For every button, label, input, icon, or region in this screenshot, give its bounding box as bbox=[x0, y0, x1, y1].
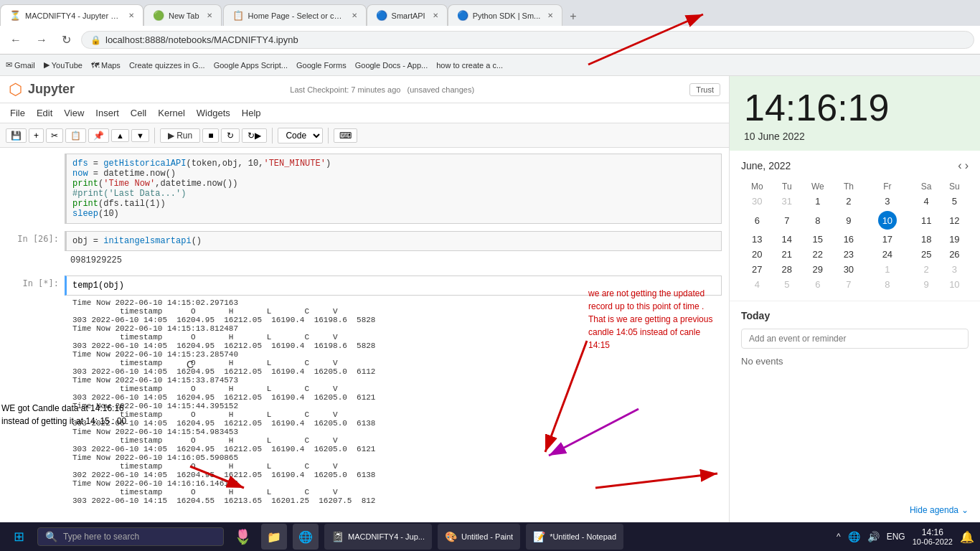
menu-cell[interactable]: Cell bbox=[126, 106, 151, 120]
calendar-day-5-4[interactable]: 8 bbox=[862, 277, 912, 292]
copy-button[interactable]: 📋 bbox=[65, 128, 86, 143]
network-icon[interactable]: 🌐 bbox=[848, 531, 860, 542]
hide-agenda-button[interactable]: Hide agenda ⌄ bbox=[910, 505, 969, 515]
calendar-day-5-6[interactable]: 10 bbox=[941, 277, 969, 292]
calendar-day-4-5[interactable]: 2 bbox=[913, 262, 941, 277]
calendar-day-5-3[interactable]: 7 bbox=[835, 277, 863, 292]
code-previous[interactable]: dfs = getHistoricalAPI(token,obj, 10,'TE… bbox=[65, 154, 722, 224]
taskbar-clock-display[interactable]: 14:16 10-06-2022 bbox=[913, 527, 953, 546]
code-star[interactable]: temp1(obj) bbox=[65, 276, 722, 296]
url-box[interactable]: 🔒 localhost:8888/notebooks/MACDNIFTY4.ip… bbox=[81, 31, 974, 49]
bookmark-youtube[interactable]: ▶ YouTube bbox=[44, 60, 83, 70]
calendar-day-1-3[interactable]: 9 bbox=[835, 209, 863, 232]
calendar-day-0-3[interactable]: 2 bbox=[835, 194, 863, 209]
calendar-day-2-3[interactable]: 16 bbox=[835, 232, 863, 247]
calendar-day-1-2[interactable]: 8 bbox=[801, 209, 834, 232]
cell-type-select[interactable]: Code bbox=[278, 128, 323, 143]
calendar-day-1-5[interactable]: 11 bbox=[913, 209, 941, 232]
taskbar-search-box[interactable]: 🔍 Type here to search bbox=[37, 527, 224, 546]
calendar-day-2-1[interactable]: 14 bbox=[773, 232, 801, 247]
taskbar-explorer[interactable]: 📁 bbox=[261, 524, 287, 550]
calendar-day-0-6[interactable]: 5 bbox=[941, 194, 969, 209]
calendar-day-0-4[interactable]: 3 bbox=[862, 194, 912, 209]
calendar-day-0-1[interactable]: 31 bbox=[773, 194, 801, 209]
calendar-next-button[interactable]: › bbox=[965, 159, 969, 172]
tab-newtab[interactable]: 🟢 New Tab ✕ bbox=[143, 4, 222, 26]
bookmark-create[interactable]: how to create a c... bbox=[436, 61, 503, 70]
calendar-day-3-1[interactable]: 21 bbox=[773, 247, 801, 262]
paste-button[interactable]: 📌 bbox=[88, 128, 109, 143]
calendar-day-1-4[interactable]: 10 bbox=[862, 209, 912, 232]
tab-close-home[interactable]: ✕ bbox=[352, 11, 357, 19]
code-26[interactable]: obj = initangelsmartapi() bbox=[65, 231, 722, 251]
new-tab-button[interactable]: + bbox=[562, 7, 583, 26]
calendar-day-4-2[interactable]: 29 bbox=[801, 262, 834, 277]
menu-kernel[interactable]: Kernel bbox=[154, 106, 189, 120]
keyboard-button[interactable]: ⌨ bbox=[334, 128, 357, 143]
calendar-day-0-5[interactable]: 4 bbox=[913, 194, 941, 209]
calendar-day-3-5[interactable]: 25 bbox=[913, 247, 941, 262]
event-input[interactable] bbox=[741, 329, 969, 349]
menu-file[interactable]: File bbox=[6, 106, 29, 120]
calendar-day-4-4[interactable]: 1 bbox=[862, 262, 912, 277]
save-button[interactable]: 💾 bbox=[6, 128, 27, 143]
move-down-button[interactable]: ▼ bbox=[131, 129, 149, 142]
calendar-day-0-2[interactable]: 1 bbox=[801, 194, 834, 209]
refresh-button[interactable]: ↻ bbox=[57, 32, 75, 48]
trust-button[interactable]: Trust bbox=[689, 83, 720, 96]
calendar-day-0-0[interactable]: 30 bbox=[741, 194, 773, 209]
calendar-day-1-6[interactable]: 12 bbox=[941, 209, 969, 232]
forward-button[interactable]: → bbox=[32, 32, 52, 48]
add-cell-button[interactable]: + bbox=[29, 128, 44, 143]
bookmark-forms[interactable]: Google Forms bbox=[296, 61, 347, 70]
move-up-button[interactable]: ▲ bbox=[111, 129, 129, 142]
calendar-day-2-6[interactable]: 19 bbox=[941, 232, 969, 247]
menu-edit[interactable]: Edit bbox=[32, 106, 57, 120]
calendar-day-5-5[interactable]: 9 bbox=[913, 277, 941, 292]
calendar-day-5-2[interactable]: 6 bbox=[801, 277, 834, 292]
bookmark-quizzes[interactable]: Create quizzes in G... bbox=[129, 61, 205, 70]
menu-insert[interactable]: Insert bbox=[91, 106, 123, 120]
bookmark-appscript[interactable]: Google Apps Script... bbox=[214, 61, 288, 70]
run-button[interactable]: ▶ Run bbox=[160, 128, 200, 143]
bookmark-gmail[interactable]: ✉ Gmail bbox=[6, 60, 35, 70]
calendar-day-4-0[interactable]: 27 bbox=[741, 262, 773, 277]
show-hidden-icon[interactable]: ^ bbox=[837, 532, 841, 542]
restart-run-button[interactable]: ↻▶ bbox=[242, 128, 267, 143]
tab-close-jupyter[interactable]: ✕ bbox=[128, 11, 134, 19]
calendar-day-4-3[interactable]: 30 bbox=[835, 262, 863, 277]
restart-button[interactable]: ↻ bbox=[221, 128, 240, 143]
taskbar-paint-item[interactable]: 🎨 Untitled - Paint bbox=[438, 524, 520, 550]
volume-icon[interactable]: 🔊 bbox=[867, 531, 880, 542]
calendar-day-4-6[interactable]: 3 bbox=[941, 262, 969, 277]
tab-close-python[interactable]: ✕ bbox=[547, 11, 553, 19]
calendar-day-2-0[interactable]: 13 bbox=[741, 232, 773, 247]
menu-view[interactable]: View bbox=[60, 106, 88, 120]
calendar-day-1-1[interactable]: 7 bbox=[773, 209, 801, 232]
calendar-prev-button[interactable]: ‹ bbox=[958, 159, 961, 172]
calendar-day-2-4[interactable]: 17 bbox=[862, 232, 912, 247]
calendar-day-3-0[interactable]: 20 bbox=[741, 247, 773, 262]
calendar-day-4-1[interactable]: 28 bbox=[773, 262, 801, 277]
taskbar-chrome[interactable]: 🌐 bbox=[293, 524, 319, 550]
cut-button[interactable]: ✂ bbox=[46, 128, 63, 143]
tab-homepage[interactable]: 📋 Home Page - Select or create... ✕ bbox=[223, 4, 367, 26]
calendar-day-3-6[interactable]: 26 bbox=[941, 247, 969, 262]
start-button[interactable]: ⊞ bbox=[6, 524, 32, 550]
calendar-day-5-0[interactable]: 4 bbox=[741, 277, 773, 292]
taskbar-notepad-item[interactable]: 📝 *Untitled - Notepad bbox=[526, 524, 623, 550]
stop-button[interactable]: ■ bbox=[202, 128, 219, 143]
menu-widgets[interactable]: Widgets bbox=[192, 106, 235, 120]
taskbar-icon-start-menu[interactable]: 🌷 bbox=[230, 524, 255, 550]
tab-close-smart[interactable]: ✕ bbox=[433, 11, 438, 19]
tab-close-new[interactable]: ✕ bbox=[207, 11, 212, 19]
calendar-day-2-2[interactable]: 15 bbox=[801, 232, 834, 247]
calendar-day-3-3[interactable]: 23 bbox=[835, 247, 863, 262]
taskbar-jupyter-item[interactable]: 📓 MACDNIFTY4 - Jup... bbox=[324, 524, 432, 550]
tab-smartapi[interactable]: 🔵 SmartAPI ✕ bbox=[367, 4, 448, 26]
back-button[interactable]: ← bbox=[6, 32, 26, 48]
bookmark-docs[interactable]: Google Docs - App... bbox=[355, 61, 428, 70]
calendar-day-5-1[interactable]: 5 bbox=[773, 277, 801, 292]
calendar-day-2-5[interactable]: 18 bbox=[913, 232, 941, 247]
calendar-day-3-2[interactable]: 22 bbox=[801, 247, 834, 262]
